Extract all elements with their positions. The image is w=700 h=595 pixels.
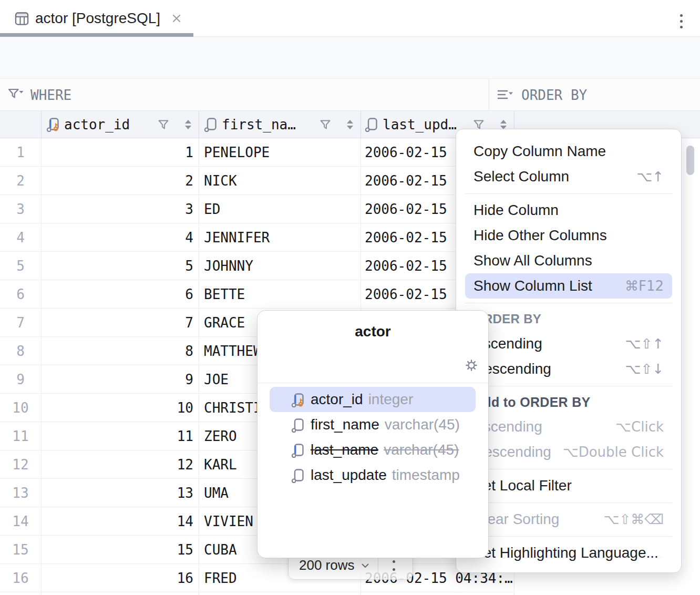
row-number: 16 bbox=[0, 564, 41, 592]
row-number: 1 bbox=[0, 138, 41, 166]
cell-actor-id[interactable]: 10 bbox=[41, 394, 199, 422]
table-row: 1616FRED2006-02-15 04:34:… bbox=[0, 564, 514, 592]
cell-first-name[interactable]: BETTE bbox=[199, 280, 361, 308]
row-number: 7 bbox=[0, 309, 41, 336]
cell-actor-id[interactable]: 5 bbox=[41, 252, 199, 280]
menu-item-set-highlighting-language[interactable]: Set Highlighting Language... bbox=[465, 540, 672, 566]
cell-actor-id[interactable]: 14 bbox=[41, 507, 199, 535]
menu-separator bbox=[456, 465, 681, 473]
column-filter-icon[interactable] bbox=[320, 119, 331, 130]
column-sort-icon[interactable] bbox=[347, 120, 353, 129]
popup-column-list: actor_idintegerfirst_namevarchar(45)last… bbox=[258, 387, 488, 488]
menu-section-add-to-order-by: Add to ORDER BY bbox=[456, 390, 681, 414]
cell-first-name[interactable]: JENNIFER bbox=[199, 223, 361, 251]
menu-separator bbox=[456, 532, 681, 540]
column-icon bbox=[365, 117, 379, 132]
order-by-clause-input[interactable]: ORDER BY bbox=[521, 87, 587, 103]
primary-key-column-icon bbox=[46, 117, 60, 132]
column-sort-icon[interactable] bbox=[185, 120, 191, 129]
table-row: 22NICK2006-02-15 04:34:… bbox=[0, 167, 514, 195]
popup-column-first-name[interactable]: first_namevarchar(45) bbox=[270, 412, 476, 437]
row-number: 15 bbox=[0, 536, 41, 563]
tab-close-icon[interactable] bbox=[171, 13, 182, 24]
column-header-first-name[interactable]: first_na… bbox=[199, 111, 361, 138]
popup-column-last-update[interactable]: last_updatetimestamp bbox=[270, 463, 476, 488]
table-icon bbox=[15, 12, 29, 26]
popup-column-actor-id[interactable]: actor_idinteger bbox=[270, 387, 476, 412]
menu-section-order-by: ORDER BY bbox=[456, 307, 681, 331]
cell-first-name[interactable]: PENELOPE bbox=[199, 138, 361, 166]
order-by-icon bbox=[496, 87, 515, 103]
context-menu: Copy Column NameSelect Column⌥↑Hide Colu… bbox=[456, 129, 682, 573]
cell-actor-id[interactable]: 16 bbox=[41, 564, 199, 592]
toolbar: Tx: Auto DDL CSV bbox=[0, 37, 700, 79]
popup-divider bbox=[258, 383, 488, 383]
popup-title: actor bbox=[258, 323, 488, 340]
cell-actor-id[interactable]: 12 bbox=[41, 450, 199, 478]
tab-bar: actor [PostgreSQL] bbox=[0, 0, 700, 37]
cell-actor-id[interactable]: 11 bbox=[41, 422, 199, 450]
menu-item-select-column[interactable]: Select Column⌥↑ bbox=[465, 164, 672, 189]
cell-actor-id[interactable]: 7 bbox=[41, 309, 199, 336]
cell-actor-id[interactable]: 2 bbox=[41, 167, 199, 194]
menu-item-show-all-columns[interactable]: Show All Columns bbox=[465, 248, 672, 273]
menu-item-copy-column-name[interactable]: Copy Column Name bbox=[465, 139, 672, 164]
row-number: 4 bbox=[0, 223, 41, 251]
menu-item-clear-sorting[interactable]: Clear Sorting⌥⇧⌘⌫ bbox=[465, 507, 672, 532]
active-tab-underline bbox=[0, 33, 193, 37]
cell-actor-id[interactable]: 15 bbox=[41, 536, 199, 563]
menu-item-show-column-list[interactable]: Show Column List⌘F12 bbox=[465, 273, 672, 299]
column-filter-icon[interactable] bbox=[158, 119, 169, 130]
column-sort-icon[interactable] bbox=[500, 120, 507, 129]
pane-divider bbox=[489, 79, 489, 110]
cell-first-name[interactable]: ED bbox=[199, 195, 361, 223]
vertical-scrollbar-thumb[interactable] bbox=[686, 146, 694, 175]
menu-separator bbox=[456, 189, 681, 198]
page-size-dropdown[interactable]: 200 rows bbox=[299, 557, 355, 573]
table-row: 33ED2006-02-15 04:34:… bbox=[0, 195, 514, 223]
where-clause-input[interactable]: WHERE bbox=[30, 87, 71, 103]
popup-settings-gear-icon[interactable] bbox=[462, 356, 481, 375]
tab-actor-postgresql[interactable]: actor [PostgreSQL] bbox=[0, 0, 193, 37]
cell-actor-id[interactable]: 6 bbox=[41, 280, 199, 308]
table-row: 55JOHNNY2006-02-15 04:34:… bbox=[0, 252, 514, 280]
more-options-kebab-icon[interactable] bbox=[675, 12, 687, 30]
menu-item-ascending[interactable]: Ascending⌥Click bbox=[465, 414, 672, 439]
tab-title: actor [PostgreSQL] bbox=[35, 10, 160, 27]
menu-item-hide-column[interactable]: Hide Column bbox=[465, 198, 672, 223]
menu-item-descending[interactable]: Descending⌥⇧↓ bbox=[465, 356, 672, 382]
cell-actor-id[interactable]: 1 bbox=[41, 138, 199, 166]
menu-separator bbox=[456, 382, 681, 390]
column-header-label: last_upd… bbox=[383, 117, 457, 132]
cell-first-name[interactable]: JOHNNY bbox=[199, 252, 361, 280]
cell-actor-id[interactable]: 3 bbox=[41, 195, 199, 223]
menu-item-set-local-filter[interactable]: Set Local Filter bbox=[465, 473, 672, 498]
where-funnel-icon bbox=[7, 87, 25, 102]
row-number: 10 bbox=[0, 394, 41, 422]
menu-shortcut: ⌥⇧⌘⌫ bbox=[603, 511, 664, 527]
menu-item-hide-other-columns[interactable]: Hide Other Columns bbox=[465, 223, 672, 248]
menu-shortcut: ⌘F12 bbox=[625, 278, 664, 294]
column-header-label: first_na… bbox=[222, 117, 296, 132]
menu-shortcut: ⌥⇧↓ bbox=[625, 361, 664, 377]
row-number: 13 bbox=[0, 479, 41, 507]
table-row: 11PENELOPE2006-02-15 04:34:… bbox=[0, 138, 514, 167]
cell-actor-id[interactable]: 13 bbox=[41, 479, 199, 507]
column-header-label: actor_id bbox=[64, 117, 130, 132]
row-number: 8 bbox=[0, 337, 41, 365]
row-number: 12 bbox=[0, 450, 41, 478]
menu-item-ascending[interactable]: Ascending⌥⇧↑ bbox=[465, 331, 672, 356]
popup-column-last-name[interactable]: last_namevarchar(45) bbox=[270, 437, 476, 463]
menu-item-descending[interactable]: Descending⌥Double Click bbox=[465, 439, 672, 465]
pager-options-kebab-icon[interactable] bbox=[378, 560, 410, 571]
row-number: 14 bbox=[0, 507, 41, 535]
cell-actor-id[interactable]: 9 bbox=[41, 365, 199, 393]
cell-actor-id[interactable]: 4 bbox=[41, 223, 199, 251]
menu-shortcut: ⌥↑ bbox=[636, 169, 664, 184]
cell-first-name[interactable]: NICK bbox=[199, 167, 361, 194]
table-row: 44JENNIFER2006-02-15 04:34:… bbox=[0, 223, 514, 252]
menu-shortcut: ⌥Double Click bbox=[563, 444, 664, 460]
cell-actor-id[interactable]: 8 bbox=[41, 337, 199, 365]
row-number: 5 bbox=[0, 252, 41, 280]
column-header-actor-id[interactable]: actor_id bbox=[41, 111, 199, 138]
